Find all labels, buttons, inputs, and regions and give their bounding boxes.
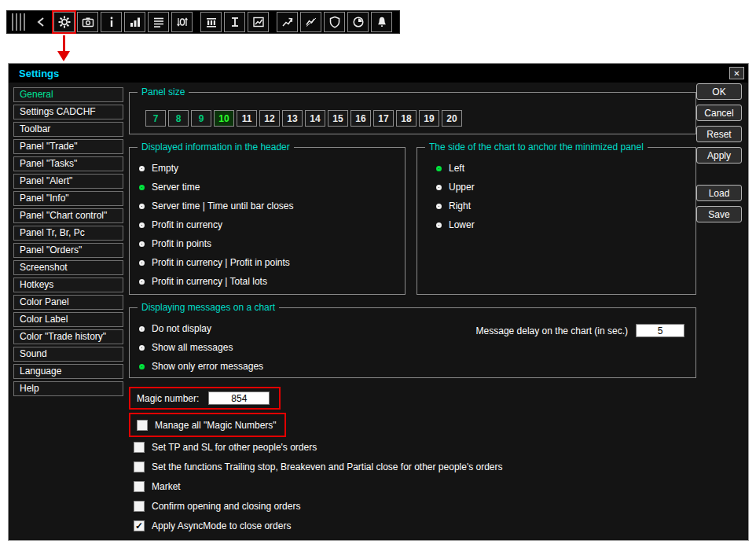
- reset-button[interactable]: Reset: [696, 126, 742, 142]
- sidebar-item-panel-trade[interactable]: Panel "Trade": [13, 139, 123, 154]
- radio-selected-icon: [139, 185, 145, 190]
- beam-button[interactable]: [224, 12, 245, 32]
- sidebar-item-screenshot[interactable]: Screenshot: [13, 260, 123, 275]
- sidebar-item-sound[interactable]: Sound: [13, 347, 123, 362]
- size-button-15[interactable]: 15: [328, 110, 348, 127]
- sidebar-item-toolbar[interactable]: Toolbar: [13, 122, 123, 137]
- statistics-button[interactable]: [124, 12, 145, 32]
- chart-window-button[interactable]: [248, 12, 269, 32]
- size-button-12[interactable]: 12: [259, 110, 280, 127]
- radio-label: Profit in currency | Profit in points: [152, 257, 290, 268]
- spread-button[interactable]: [171, 12, 193, 32]
- radio-show-all-messages[interactable]: Show all messages: [139, 338, 688, 357]
- size-button-7[interactable]: 7: [145, 110, 166, 127]
- load-button[interactable]: Load: [696, 185, 742, 201]
- size-button-8[interactable]: 8: [168, 110, 189, 127]
- size-button-19[interactable]: 19: [419, 110, 439, 127]
- sidebar-item-color-trade-history[interactable]: Color "Trade history": [13, 329, 123, 344]
- trend-arrow-button[interactable]: [277, 12, 298, 32]
- annotation-arrow-line: [63, 35, 65, 52]
- ok-button[interactable]: OK: [696, 83, 742, 100]
- annotation-arrow-head: [57, 51, 70, 61]
- columns-icon: [205, 16, 218, 28]
- radio-label: Show only error messages: [152, 361, 263, 372]
- size-button-10[interactable]: 10: [214, 110, 234, 127]
- sidebar-item-panel-tr-br-pc[interactable]: Panel Tr, Br, Pc: [13, 226, 123, 241]
- checkbox-trailing-breakeven-partial-others[interactable]: Set the functions Trailing stop, Breakev…: [129, 457, 696, 476]
- size-button-18[interactable]: 18: [396, 110, 417, 127]
- info-button[interactable]: [101, 12, 122, 32]
- sidebar-item-general[interactable]: General: [13, 87, 123, 102]
- radio-lower[interactable]: Lower: [436, 215, 688, 234]
- sidebar-item-panel-orders[interactable]: Panel "Orders": [13, 243, 123, 258]
- settings-button[interactable]: [53, 12, 75, 32]
- message-delay-row: Message delay on the chart (in sec.): [476, 324, 684, 337]
- anchor-side-group: The side of the chart to anchor the mini…: [417, 147, 696, 295]
- radio-show-only-errors[interactable]: Show only error messages: [139, 357, 688, 376]
- radio-label: Left: [449, 163, 464, 174]
- radio-upper[interactable]: Upper: [436, 178, 688, 197]
- checkbox-label: Apply AsyncMode to close orders: [152, 520, 291, 531]
- radio-profit-currency-points[interactable]: Profit in currency | Profit in points: [139, 253, 397, 272]
- radio-right[interactable]: Right: [436, 197, 688, 215]
- size-button-11[interactable]: 11: [237, 110, 257, 127]
- sidebar-item-panel-chart-control[interactable]: Panel "Chart control": [13, 208, 123, 223]
- radio-server-time[interactable]: Server time: [139, 178, 397, 197]
- trend-line-button[interactable]: [300, 12, 321, 32]
- size-button-13[interactable]: 13: [282, 110, 303, 127]
- apply-button[interactable]: Apply: [696, 147, 742, 164]
- checkbox-async-close[interactable]: ✓ Apply AsyncMode to close orders: [129, 516, 696, 535]
- sidebar-item-hotkeys[interactable]: Hotkeys: [13, 278, 123, 292]
- bar-chart-icon: [129, 16, 141, 28]
- clock-button[interactable]: [347, 12, 369, 32]
- radio-empty[interactable]: Empty: [139, 159, 397, 178]
- collapse-toolbar-button[interactable]: [31, 12, 52, 32]
- radio-left[interactable]: Left: [436, 159, 688, 178]
- alerts-button[interactable]: [371, 12, 392, 32]
- size-button-20[interactable]: 20: [442, 110, 462, 127]
- checkbox-label: Confirm opening and closing orders: [152, 501, 300, 512]
- screen: Settings ✕ General Settings CADCHF Toolb…: [0, 0, 756, 544]
- dialog-title: Settings: [19, 68, 59, 79]
- sidebar-item-language[interactable]: Language: [13, 364, 123, 379]
- screenshot-button[interactable]: [77, 12, 98, 32]
- radio-profit-currency-lots[interactable]: Profit in currency | Total lots: [139, 272, 397, 291]
- annotation-box-manage-all: Manage all "Magic Numbers": [129, 413, 286, 437]
- checkbox-confirm-orders[interactable]: Confirm opening and closing orders: [129, 496, 696, 516]
- radio-profit-currency[interactable]: Profit in currency: [139, 215, 397, 234]
- checkbox-label: Set TP and SL for other people's orders: [152, 442, 317, 453]
- magic-number-input[interactable]: [208, 391, 270, 405]
- checkbox-set-tp-sl-others[interactable]: Set TP and SL for other people's orders: [129, 437, 696, 457]
- camera-icon: [82, 16, 94, 28]
- size-button-17[interactable]: 17: [373, 110, 394, 127]
- panel-size-group: Panel size 7 8 9 10 11 12 13 14 15 16 17…: [129, 92, 696, 134]
- panel-columns-button[interactable]: [200, 12, 222, 32]
- dialog-titlebar[interactable]: Settings ✕: [9, 64, 748, 83]
- size-button-16[interactable]: 16: [350, 110, 371, 127]
- radio-profit-points[interactable]: Profit in points: [139, 234, 397, 253]
- size-button-14[interactable]: 14: [305, 110, 325, 127]
- sidebar-item-panel-info[interactable]: Panel "Info": [13, 191, 123, 206]
- sidebar-item-panel-alert[interactable]: Panel "Alert": [13, 174, 123, 189]
- check-mark: ✓: [135, 521, 143, 531]
- radio-icon: [139, 241, 145, 247]
- checkbox-manage-all-magic[interactable]: Manage all "Magic Numbers": [132, 415, 277, 435]
- shield-button[interactable]: [324, 12, 345, 32]
- radio-server-time-bar-close[interactable]: Server time | Time until bar closes: [139, 197, 397, 215]
- cancel-button[interactable]: Cancel: [696, 105, 742, 121]
- sidebar-item-help[interactable]: Help: [13, 381, 123, 396]
- orders-list-button[interactable]: [148, 12, 169, 32]
- checkbox-market[interactable]: Market: [129, 476, 696, 496]
- size-button-9[interactable]: 9: [191, 110, 211, 127]
- checkbox-icon: [134, 442, 145, 453]
- message-delay-input[interactable]: [636, 324, 684, 337]
- sidebar-item-color-panel[interactable]: Color Panel: [13, 295, 123, 310]
- panel-size-label: Panel size: [138, 86, 189, 97]
- sidebar-item-color-label[interactable]: Color Label: [13, 312, 123, 327]
- close-button[interactable]: ✕: [729, 67, 744, 79]
- save-button[interactable]: Save: [696, 206, 742, 222]
- sidebar-item-panel-tasks[interactable]: Panel "Tasks": [13, 156, 123, 171]
- header-info-label: Displayed information in the header: [138, 142, 294, 153]
- drag-handle-icon[interactable]: [12, 13, 28, 31]
- sidebar-item-settings-cadchf[interactable]: Settings CADCHF: [13, 105, 123, 119]
